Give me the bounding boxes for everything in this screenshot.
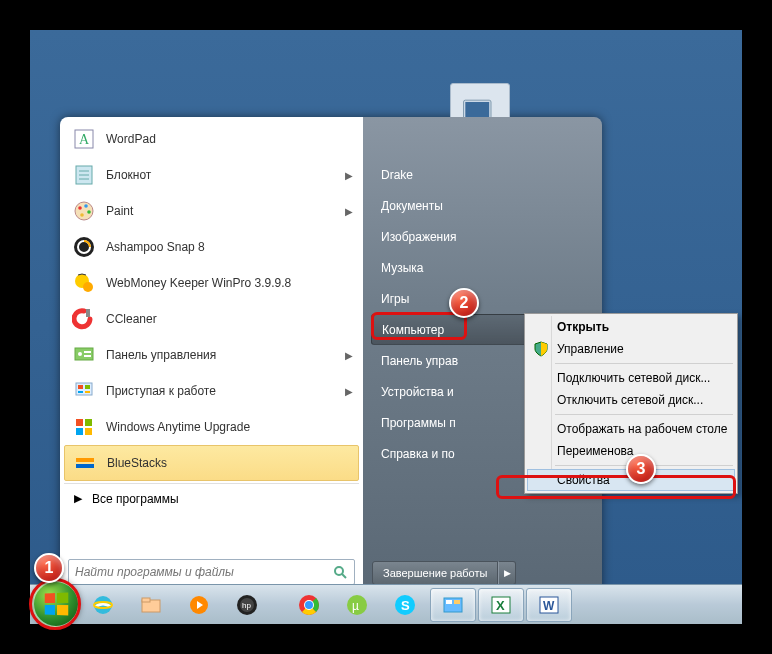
svg-rect-29 xyxy=(76,419,83,426)
getstarted-icon xyxy=(70,377,98,405)
all-programs-arrow-icon: ▶ xyxy=(74,492,82,505)
svg-rect-23 xyxy=(84,355,91,357)
marker-3: 3 xyxy=(626,454,656,484)
taskbar-skype[interactable]: S xyxy=(382,588,428,622)
svg-rect-22 xyxy=(84,351,91,353)
taskbar-word[interactable]: W xyxy=(526,588,572,622)
app-paint[interactable]: Paint ▶ xyxy=(64,193,359,229)
svg-rect-40 xyxy=(142,598,150,602)
all-programs[interactable]: ▶ Все программы xyxy=(64,483,359,513)
control-panel-icon xyxy=(70,341,98,369)
svg-point-21 xyxy=(78,352,82,356)
shutdown-button[interactable]: Завершение работы xyxy=(372,561,498,585)
submenu-arrow-icon: ▶ xyxy=(345,170,353,181)
svg-rect-57 xyxy=(454,600,460,604)
svg-rect-27 xyxy=(78,391,83,393)
svg-text:X: X xyxy=(496,598,505,613)
search-box[interactable] xyxy=(68,559,355,585)
svg-text:µ: µ xyxy=(352,599,359,613)
ashampoo-icon xyxy=(70,233,98,261)
svg-rect-31 xyxy=(76,428,83,435)
app-label: CCleaner xyxy=(106,312,157,326)
svg-point-11 xyxy=(78,206,82,210)
svg-point-13 xyxy=(87,210,91,214)
bluestacks-icon xyxy=(71,449,99,477)
svg-rect-30 xyxy=(85,419,92,426)
place-games[interactable]: Игры xyxy=(371,283,594,314)
taskbar-explorer[interactable] xyxy=(128,588,174,622)
app-label: WordPad xyxy=(106,132,156,146)
svg-point-50 xyxy=(305,601,313,609)
taskbar-excel[interactable]: X xyxy=(478,588,524,622)
start-menu: A WordPad Блокнот ▶ Paint ▶ Ashampoo Sna… xyxy=(60,117,602,593)
submenu-arrow-icon: ▶ xyxy=(345,206,353,217)
context-separator xyxy=(555,363,733,364)
taskbar-chrome[interactable] xyxy=(286,588,332,622)
svg-text:hp: hp xyxy=(242,601,251,610)
taskbar: hp µ S X W xyxy=(30,584,742,624)
app-label: Панель управления xyxy=(106,348,216,362)
ctx-manage[interactable]: Управление xyxy=(527,338,735,360)
start-button[interactable] xyxy=(32,580,80,628)
svg-rect-33 xyxy=(76,458,94,462)
app-label: WebMoney Keeper WinPro 3.9.9.8 xyxy=(106,276,291,290)
context-separator xyxy=(555,414,733,415)
place-user[interactable]: Drake xyxy=(371,159,594,190)
taskbar-app-active[interactable] xyxy=(430,588,476,622)
place-music[interactable]: Музыка xyxy=(371,252,594,283)
wordpad-icon: A xyxy=(70,125,98,153)
shutdown-group: Завершение работы ▶ xyxy=(372,561,516,585)
taskbar-torrent[interactable]: µ xyxy=(334,588,380,622)
all-programs-label: Все программы xyxy=(92,492,179,506)
taskbar-hp[interactable]: hp xyxy=(224,588,270,622)
ctx-disconnect-drive[interactable]: Отключить сетевой диск... xyxy=(527,389,735,411)
svg-rect-26 xyxy=(85,385,90,389)
windows-flag-icon xyxy=(45,593,69,616)
paint-icon xyxy=(70,197,98,225)
desktop: A WordPad Блокнот ▶ Paint ▶ Ashampoo Sna… xyxy=(30,30,742,624)
place-documents[interactable]: Документы xyxy=(371,190,594,221)
place-pictures[interactable]: Изображения xyxy=(371,221,594,252)
svg-line-36 xyxy=(342,574,346,578)
app-ccleaner[interactable]: CCleaner xyxy=(64,301,359,337)
app-label: Paint xyxy=(106,204,133,218)
app-list: A WordPad Блокнот ▶ Paint ▶ Ashampoo Sna… xyxy=(64,121,359,513)
app-anytime-upgrade[interactable]: Windows Anytime Upgrade xyxy=(64,409,359,445)
ctx-map-drive[interactable]: Подключить сетевой диск... xyxy=(527,367,735,389)
app-notepad[interactable]: Блокнот ▶ xyxy=(64,157,359,193)
app-wordpad[interactable]: A WordPad xyxy=(64,121,359,157)
svg-rect-56 xyxy=(446,600,452,604)
svg-rect-32 xyxy=(85,428,92,435)
svg-text:W: W xyxy=(543,599,555,613)
app-label: Приступая к работе xyxy=(106,384,216,398)
anytime-icon xyxy=(70,413,98,441)
submenu-arrow-icon: ▶ xyxy=(345,350,353,361)
search-icon xyxy=(332,564,348,580)
svg-point-12 xyxy=(84,204,88,208)
app-bluestacks[interactable]: BlueStacks xyxy=(64,445,359,481)
shutdown-options-arrow[interactable]: ▶ xyxy=(498,561,516,585)
svg-text:S: S xyxy=(401,598,410,613)
ctx-open[interactable]: Открыть xyxy=(527,316,735,338)
taskbar-wmp[interactable] xyxy=(176,588,222,622)
app-label: Windows Anytime Upgrade xyxy=(106,420,250,434)
ccleaner-icon xyxy=(70,305,98,333)
search-input[interactable] xyxy=(75,565,332,579)
svg-point-14 xyxy=(80,213,84,217)
app-ashampoo[interactable]: Ashampoo Snap 8 xyxy=(64,229,359,265)
svg-point-35 xyxy=(335,567,343,575)
shield-icon xyxy=(533,341,549,357)
app-label: Ashampoo Snap 8 xyxy=(106,240,205,254)
app-control-panel[interactable]: Панель управления ▶ xyxy=(64,337,359,373)
svg-rect-20 xyxy=(75,348,93,360)
app-webmoney[interactable]: WebMoney Keeper WinPro 3.9.9.8 xyxy=(64,265,359,301)
start-left-pane: A WordPad Блокнот ▶ Paint ▶ Ashampoo Sna… xyxy=(60,117,363,593)
svg-rect-19 xyxy=(86,309,90,317)
webmoney-icon xyxy=(70,269,98,297)
app-getting-started[interactable]: Приступая к работе ▶ xyxy=(64,373,359,409)
svg-point-18 xyxy=(83,282,93,292)
ctx-show-on-desktop[interactable]: Отображать на рабочем столе xyxy=(527,418,735,440)
marker-2: 2 xyxy=(449,288,479,318)
svg-text:A: A xyxy=(79,132,90,147)
taskbar-ie[interactable] xyxy=(80,588,126,622)
